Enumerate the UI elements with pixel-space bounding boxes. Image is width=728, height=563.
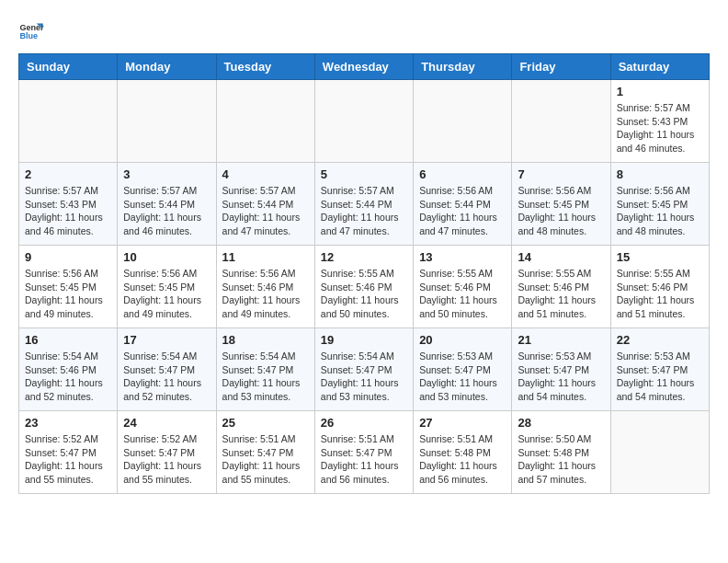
calendar-cell: 27Sunrise: 5:51 AM Sunset: 5:48 PM Dayli… [414, 411, 512, 494]
day-info: Sunrise: 5:56 AM Sunset: 5:45 PM Dayligh… [518, 184, 604, 238]
calendar-cell: 7Sunrise: 5:56 AM Sunset: 5:45 PM Daylig… [512, 163, 610, 246]
calendar-cell: 23Sunrise: 5:52 AM Sunset: 5:47 PM Dayli… [19, 411, 118, 494]
day-info: Sunrise: 5:56 AM Sunset: 5:44 PM Dayligh… [419, 184, 506, 238]
calendar-body: 1Sunrise: 5:57 AM Sunset: 5:43 PM Daylig… [19, 80, 710, 494]
calendar-cell [314, 80, 413, 163]
calendar-cell: 14Sunrise: 5:55 AM Sunset: 5:46 PM Dayli… [512, 246, 610, 328]
calendar-cell: 2Sunrise: 5:57 AM Sunset: 5:43 PM Daylig… [19, 163, 118, 246]
calendar-cell [512, 80, 610, 163]
day-info: Sunrise: 5:53 AM Sunset: 5:47 PM Dayligh… [419, 350, 506, 404]
day-info: Sunrise: 5:57 AM Sunset: 5:43 PM Dayligh… [617, 101, 703, 155]
day-number: 4 [222, 167, 309, 181]
logo-icon: General Blue [18, 18, 44, 44]
calendar-header: SundayMondayTuesdayWednesdayThursdayFrid… [19, 54, 710, 80]
day-number: 1 [617, 85, 703, 98]
calendar-cell: 10Sunrise: 5:56 AM Sunset: 5:45 PM Dayli… [118, 246, 216, 328]
day-number: 15 [617, 250, 703, 264]
calendar-cell: 26Sunrise: 5:51 AM Sunset: 5:47 PM Dayli… [314, 411, 413, 494]
calendar-cell: 9Sunrise: 5:56 AM Sunset: 5:45 PM Daylig… [19, 246, 118, 328]
calendar-cell: 20Sunrise: 5:53 AM Sunset: 5:47 PM Dayli… [414, 328, 512, 411]
calendar-week-5: 23Sunrise: 5:52 AM Sunset: 5:47 PM Dayli… [19, 411, 710, 494]
calendar-cell: 5Sunrise: 5:57 AM Sunset: 5:44 PM Daylig… [314, 163, 413, 246]
day-number: 24 [123, 416, 210, 430]
weekday-header-friday: Friday [512, 54, 610, 80]
day-info: Sunrise: 5:51 AM Sunset: 5:47 PM Dayligh… [222, 432, 309, 487]
calendar-cell: 4Sunrise: 5:57 AM Sunset: 5:44 PM Daylig… [216, 163, 314, 246]
day-info: Sunrise: 5:57 AM Sunset: 5:44 PM Dayligh… [321, 184, 407, 238]
day-number: 3 [123, 167, 210, 181]
day-number: 23 [25, 416, 111, 430]
calendar-week-4: 16Sunrise: 5:54 AM Sunset: 5:46 PM Dayli… [19, 328, 710, 411]
day-number: 17 [123, 333, 210, 347]
calendar-cell: 21Sunrise: 5:53 AM Sunset: 5:47 PM Dayli… [512, 328, 610, 411]
day-info: Sunrise: 5:51 AM Sunset: 5:47 PM Dayligh… [321, 432, 407, 487]
day-number: 26 [321, 416, 407, 430]
calendar-week-1: 1Sunrise: 5:57 AM Sunset: 5:43 PM Daylig… [19, 80, 710, 163]
calendar-cell [118, 80, 216, 163]
day-number: 21 [518, 333, 604, 347]
day-info: Sunrise: 5:55 AM Sunset: 5:46 PM Dayligh… [419, 267, 506, 321]
day-number: 14 [518, 250, 604, 264]
calendar-cell: 8Sunrise: 5:56 AM Sunset: 5:45 PM Daylig… [610, 163, 709, 246]
day-number: 25 [222, 416, 309, 430]
calendar-table: SundayMondayTuesdayWednesdayThursdayFrid… [18, 53, 710, 494]
day-info: Sunrise: 5:56 AM Sunset: 5:45 PM Dayligh… [123, 267, 210, 321]
day-number: 20 [419, 333, 506, 347]
calendar-cell [610, 411, 709, 494]
day-number: 11 [222, 250, 309, 264]
day-number: 27 [419, 416, 506, 430]
page-header: General Blue [18, 18, 710, 44]
day-info: Sunrise: 5:57 AM Sunset: 5:43 PM Dayligh… [25, 184, 111, 238]
day-info: Sunrise: 5:53 AM Sunset: 5:47 PM Dayligh… [617, 350, 703, 404]
day-info: Sunrise: 5:56 AM Sunset: 5:45 PM Dayligh… [617, 184, 703, 238]
day-info: Sunrise: 5:52 AM Sunset: 5:47 PM Dayligh… [25, 432, 111, 487]
calendar-cell [414, 80, 512, 163]
day-number: 16 [25, 333, 111, 347]
calendar-cell: 11Sunrise: 5:56 AM Sunset: 5:46 PM Dayli… [216, 246, 314, 328]
calendar-cell: 19Sunrise: 5:54 AM Sunset: 5:47 PM Dayli… [314, 328, 413, 411]
calendar-cell: 17Sunrise: 5:54 AM Sunset: 5:47 PM Dayli… [118, 328, 216, 411]
day-info: Sunrise: 5:54 AM Sunset: 5:47 PM Dayligh… [321, 350, 407, 404]
day-number: 9 [25, 250, 111, 264]
day-number: 19 [321, 333, 407, 347]
day-number: 13 [419, 250, 506, 264]
weekday-header-thursday: Thursday [414, 54, 512, 80]
day-number: 10 [123, 250, 210, 264]
day-info: Sunrise: 5:50 AM Sunset: 5:48 PM Dayligh… [518, 432, 604, 487]
weekday-header-tuesday: Tuesday [216, 54, 314, 80]
logo: General Blue [18, 18, 44, 44]
svg-text:Blue: Blue [19, 31, 38, 40]
calendar-cell: 22Sunrise: 5:53 AM Sunset: 5:47 PM Dayli… [610, 328, 709, 411]
calendar-week-2: 2Sunrise: 5:57 AM Sunset: 5:43 PM Daylig… [19, 163, 710, 246]
day-info: Sunrise: 5:55 AM Sunset: 5:46 PM Dayligh… [617, 267, 703, 321]
day-number: 22 [617, 333, 703, 347]
day-info: Sunrise: 5:57 AM Sunset: 5:44 PM Dayligh… [123, 184, 210, 238]
day-info: Sunrise: 5:54 AM Sunset: 5:47 PM Dayligh… [123, 350, 210, 404]
day-info: Sunrise: 5:54 AM Sunset: 5:46 PM Dayligh… [25, 350, 111, 404]
calendar-cell: 25Sunrise: 5:51 AM Sunset: 5:47 PM Dayli… [216, 411, 314, 494]
calendar-cell: 15Sunrise: 5:55 AM Sunset: 5:46 PM Dayli… [610, 246, 709, 328]
day-info: Sunrise: 5:54 AM Sunset: 5:47 PM Dayligh… [222, 350, 309, 404]
weekday-header-sunday: Sunday [19, 54, 118, 80]
day-info: Sunrise: 5:55 AM Sunset: 5:46 PM Dayligh… [518, 267, 604, 321]
day-info: Sunrise: 5:56 AM Sunset: 5:46 PM Dayligh… [222, 267, 309, 321]
calendar-week-3: 9Sunrise: 5:56 AM Sunset: 5:45 PM Daylig… [19, 246, 710, 328]
weekday-header-monday: Monday [118, 54, 216, 80]
day-info: Sunrise: 5:55 AM Sunset: 5:46 PM Dayligh… [321, 267, 407, 321]
weekday-header-wednesday: Wednesday [314, 54, 413, 80]
day-info: Sunrise: 5:53 AM Sunset: 5:47 PM Dayligh… [518, 350, 604, 404]
day-info: Sunrise: 5:52 AM Sunset: 5:47 PM Dayligh… [123, 432, 210, 487]
calendar-cell: 28Sunrise: 5:50 AM Sunset: 5:48 PM Dayli… [512, 411, 610, 494]
calendar-cell [216, 80, 314, 163]
weekday-header-saturday: Saturday [610, 54, 709, 80]
calendar-cell: 3Sunrise: 5:57 AM Sunset: 5:44 PM Daylig… [118, 163, 216, 246]
calendar-cell: 18Sunrise: 5:54 AM Sunset: 5:47 PM Dayli… [216, 328, 314, 411]
calendar-cell: 1Sunrise: 5:57 AM Sunset: 5:43 PM Daylig… [610, 80, 709, 163]
day-number: 8 [617, 167, 703, 181]
day-number: 5 [321, 167, 407, 181]
day-number: 7 [518, 167, 604, 181]
calendar-cell: 6Sunrise: 5:56 AM Sunset: 5:44 PM Daylig… [414, 163, 512, 246]
day-number: 18 [222, 333, 309, 347]
day-number: 28 [518, 416, 604, 430]
day-info: Sunrise: 5:51 AM Sunset: 5:48 PM Dayligh… [419, 432, 506, 487]
